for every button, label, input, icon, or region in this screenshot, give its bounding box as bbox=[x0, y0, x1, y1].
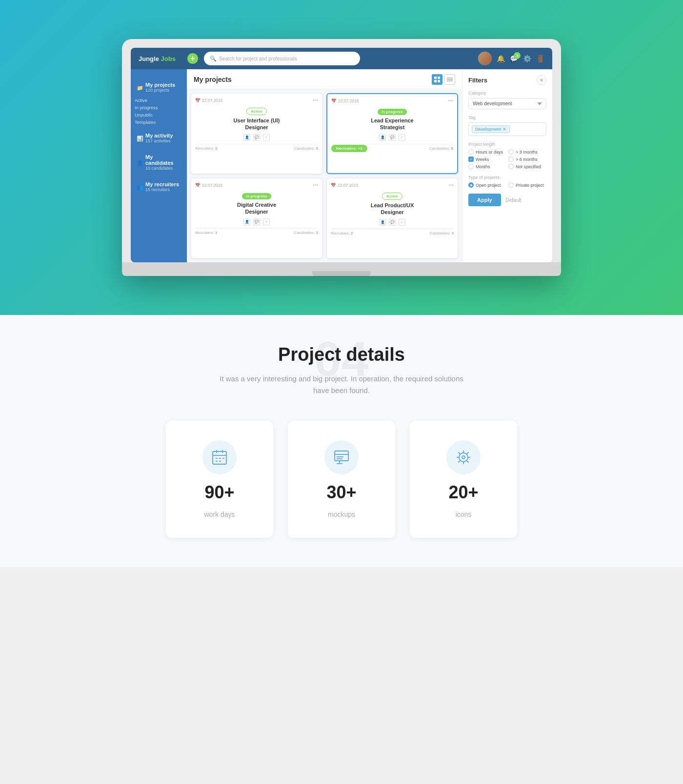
card-options[interactable]: ••• bbox=[313, 182, 318, 188]
notification-bell[interactable]: 🔔 bbox=[497, 55, 505, 62]
radio-hours[interactable] bbox=[468, 149, 474, 155]
notification-badge: 3 bbox=[514, 52, 521, 59]
close-filters-button[interactable]: ✕ bbox=[537, 75, 546, 85]
recruiter-btn[interactable]: Recruiters: +3 bbox=[331, 146, 367, 151]
category-select[interactable]: Web development bbox=[468, 98, 546, 109]
card-icon-msg: 💬 bbox=[389, 219, 396, 226]
checkbox-weeks[interactable] bbox=[468, 157, 474, 162]
grid-view-button[interactable] bbox=[432, 74, 442, 85]
list-icon bbox=[447, 77, 453, 82]
sidebar-item-inprogress[interactable]: In progress bbox=[135, 104, 187, 111]
sidebar-section-activity: 📊 My activity 157 activities bbox=[131, 130, 187, 147]
svg-point-23 bbox=[462, 456, 465, 459]
radio-open[interactable] bbox=[468, 182, 474, 188]
card-options[interactable]: ••• bbox=[448, 182, 454, 188]
sidebar-section-candidates: 👤 My candidates 10 candidates bbox=[131, 151, 187, 175]
option-3months[interactable]: > 3 months bbox=[508, 149, 546, 155]
card-icon-person: 👤 bbox=[243, 218, 250, 225]
recruiters-count-label: Recruiters: 2 bbox=[195, 146, 217, 151]
search-bar[interactable]: 🔍 Search for project and professionals bbox=[204, 52, 360, 65]
status-badge: Active bbox=[246, 108, 267, 115]
card-icons: 👤 💬 ✓ bbox=[331, 134, 453, 141]
svg-rect-2 bbox=[434, 80, 437, 82]
card-icon-person: 👤 bbox=[243, 134, 250, 141]
grid-icon bbox=[434, 77, 440, 82]
sidebar-item-projects[interactable]: 📁 My projects 120 projects bbox=[131, 79, 187, 97]
card-header: 📅 22.07.2015 ••• bbox=[195, 182, 318, 188]
calendar-small-icon: 📅 bbox=[331, 98, 337, 103]
sidebar-item-candidates[interactable]: 👤 My candidates 10 candidates bbox=[131, 151, 187, 175]
filter-category: Category Web development bbox=[468, 91, 546, 109]
card-icons: 👤 💬 ✓ bbox=[331, 219, 454, 226]
option-3months-label: > 3 months bbox=[516, 150, 538, 155]
sidebar-item-active[interactable]: Active bbox=[135, 97, 187, 104]
sidebar: 📁 My projects 120 projects bbox=[131, 69, 187, 262]
mockup-icon bbox=[333, 449, 350, 466]
sidebar-item-unpublic[interactable]: Unpublic bbox=[135, 111, 187, 118]
project-card[interactable]: 📅 22.07.2015 ••• Active User Interface (… bbox=[191, 93, 322, 174]
list-view-button[interactable] bbox=[444, 74, 455, 85]
tag-label: Tag bbox=[468, 115, 546, 120]
option-open[interactable]: Open project bbox=[468, 182, 506, 188]
option-private[interactable]: Private project bbox=[508, 182, 546, 188]
option-private-label: Private project bbox=[516, 183, 544, 188]
stat-icon-icons bbox=[446, 440, 481, 474]
recruiters-count: 15 recruiters bbox=[145, 187, 179, 192]
sidebar-item-recruiters[interactable]: 👥 My recruiters 15 recruiters bbox=[131, 178, 187, 196]
app-logo: Jungle Jobs bbox=[139, 55, 187, 62]
settings-icon[interactable]: ⚙️ bbox=[523, 55, 531, 62]
project-card[interactable]: 📅 22.07.2015 ••• In progress Digital Cre… bbox=[191, 178, 322, 258]
radio-3months[interactable] bbox=[508, 149, 514, 155]
search-placeholder: Search for project and professionals bbox=[219, 56, 297, 61]
svg-line-28 bbox=[459, 452, 461, 454]
tag-remove[interactable]: ✕ bbox=[502, 127, 506, 132]
card-icons: 👤 💬 ✓ bbox=[195, 218, 318, 225]
option-months[interactable]: Months bbox=[468, 164, 506, 169]
card-header: 📅 22.07.2015 ••• bbox=[331, 182, 454, 188]
sidebar-item-activity[interactable]: 📊 My activity 157 activities bbox=[131, 130, 187, 147]
option-hours[interactable]: Hours or days bbox=[468, 149, 506, 155]
type-options: Open project Private project bbox=[468, 182, 546, 188]
project-card-highlighted[interactable]: 📅 22.07.2015 ••• In progress Lead Experi… bbox=[326, 93, 458, 174]
svg-rect-3 bbox=[438, 80, 440, 82]
radio-notspecified[interactable] bbox=[508, 164, 514, 169]
option-6months[interactable]: > 6 months bbox=[508, 157, 546, 162]
signout-icon[interactable]: 🚪 bbox=[536, 55, 544, 62]
card-header: 📅 22.07.2015 ••• bbox=[195, 98, 318, 103]
option-weeks[interactable]: Weeks bbox=[468, 157, 506, 162]
candidates-icon: 👤 bbox=[137, 160, 143, 166]
length-label: Project length bbox=[468, 142, 546, 147]
card-icon-check: ✓ bbox=[263, 218, 270, 225]
apply-button[interactable]: Apply bbox=[468, 194, 501, 206]
radio-months[interactable] bbox=[468, 164, 474, 169]
card-footer: Recruiters: 2 Candidates: 4 bbox=[331, 229, 454, 235]
messages-icon[interactable]: 💬 3 bbox=[510, 55, 518, 62]
stat-card-workdays: 90+ work days bbox=[166, 421, 273, 538]
add-button[interactable]: + bbox=[187, 53, 198, 64]
status-badge: In progress bbox=[242, 193, 271, 199]
card-header: 📅 22.07.2015 ••• bbox=[331, 98, 453, 103]
projects-area: My projects bbox=[187, 69, 462, 262]
candidates-count-label: Candidates: 5 bbox=[294, 146, 318, 151]
radio-6months[interactable] bbox=[508, 157, 514, 162]
search-icon: 🔍 bbox=[210, 56, 217, 62]
card-title: Lead ExperienceStrategist bbox=[331, 117, 453, 131]
stat-label-mockups: mockups bbox=[328, 510, 355, 518]
activity-icon: 📊 bbox=[137, 136, 143, 142]
card-options[interactable]: ••• bbox=[448, 98, 453, 103]
candidates-count: 10 candidates bbox=[145, 166, 181, 171]
radio-private[interactable] bbox=[508, 182, 514, 188]
filters-title: Filters bbox=[468, 77, 487, 84]
candidates-title: My candidates bbox=[145, 154, 181, 166]
card-title: Lead Product/UXDesigner bbox=[331, 202, 454, 216]
calendar-small-icon: 📅 bbox=[195, 183, 201, 188]
stat-number-workdays: 90+ bbox=[204, 482, 234, 503]
sidebar-item-templates[interactable]: Templates bbox=[135, 118, 187, 126]
option-notspecified[interactable]: Not specified bbox=[508, 164, 546, 169]
card-date: 📅 22.07.2015 bbox=[331, 98, 359, 103]
project-card[interactable]: 📅 22.07.2015 ••• Active Lead Product/UXD… bbox=[326, 178, 458, 258]
default-link[interactable]: Default bbox=[506, 197, 522, 203]
projects-header: My projects bbox=[187, 69, 462, 89]
card-options[interactable]: ••• bbox=[313, 98, 318, 103]
avatar[interactable] bbox=[478, 52, 492, 65]
